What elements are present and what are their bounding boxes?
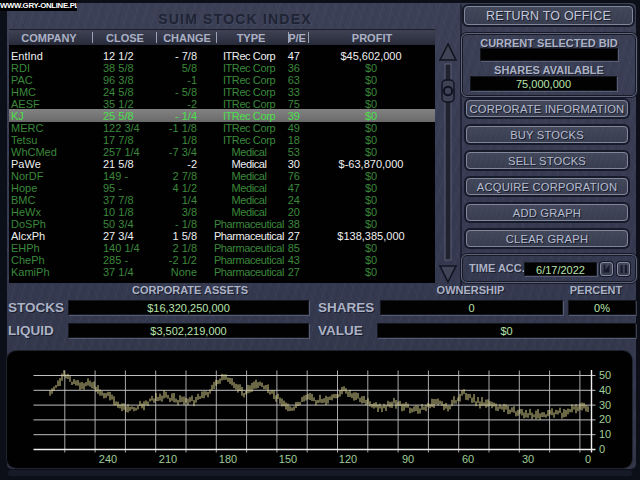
svg-text:150: 150 xyxy=(279,453,297,465)
svg-text:60: 60 xyxy=(462,453,474,465)
svg-text:50: 50 xyxy=(599,369,611,381)
svg-text:0: 0 xyxy=(599,443,605,455)
svg-text:30: 30 xyxy=(599,399,611,411)
svg-text:210: 210 xyxy=(159,453,177,465)
svg-text:120: 120 xyxy=(339,453,357,465)
svg-text:240: 240 xyxy=(99,453,117,465)
svg-text:0: 0 xyxy=(585,453,591,465)
svg-text:180: 180 xyxy=(219,453,237,465)
svg-text:10: 10 xyxy=(599,428,611,440)
svg-text:40: 40 xyxy=(599,384,611,396)
svg-text:90: 90 xyxy=(402,453,414,465)
svg-text:30: 30 xyxy=(522,453,534,465)
svg-text:20: 20 xyxy=(599,413,611,425)
